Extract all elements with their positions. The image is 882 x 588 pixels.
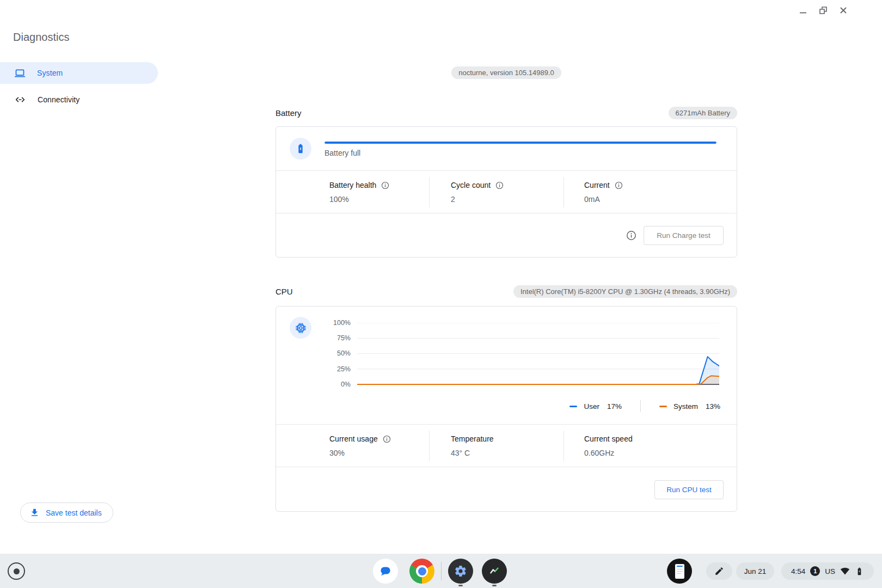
chrome-app-icon <box>416 565 428 577</box>
shelf: Jun 21 4:54 1 US <box>0 554 882 588</box>
battery-card: Battery full Battery health 100% Cycle c… <box>275 126 737 258</box>
y-tick-label: 75% <box>318 334 351 342</box>
launcher-button[interactable] <box>4 559 29 584</box>
close-button[interactable] <box>836 3 851 18</box>
stat-value: 100% <box>329 195 390 204</box>
chrome-app-button[interactable] <box>409 559 434 584</box>
battery-icon-circle <box>290 138 311 160</box>
y-tick-label: 100% <box>318 318 351 327</box>
diagnostics-app-button[interactable] <box>482 559 507 584</box>
stat-label: Current usage <box>329 434 378 443</box>
y-tick-label: 25% <box>318 365 351 373</box>
cpu-section-title: CPU <box>275 287 293 296</box>
info-icon[interactable] <box>382 434 391 444</box>
run-cpu-test-button[interactable]: Run CPU test <box>654 480 724 499</box>
battery-icon <box>295 143 307 155</box>
legend-label: User <box>584 402 599 411</box>
shelf-date: Jun 21 <box>744 567 767 575</box>
stat-value: 43° C <box>451 449 494 457</box>
stat-value: 2 <box>451 195 504 204</box>
screen-capture-preview-icon <box>675 564 684 579</box>
diagnostics-app-icon <box>487 564 501 578</box>
battery-charge-fill <box>324 142 716 144</box>
tote-button[interactable] <box>667 559 692 584</box>
cpu-usage-chart <box>357 323 719 387</box>
user-series-swatch <box>569 406 577 407</box>
battery-spec-chip: 6271mAh Battery <box>669 107 737 119</box>
legend-value: 17% <box>607 402 622 411</box>
stat-value: 30% <box>329 449 391 457</box>
connectivity-icon <box>14 94 26 106</box>
messages-app-icon <box>378 564 393 578</box>
current-speed-stat: Current speed 0.60GHz <box>584 433 633 457</box>
battery-status-text: Battery full <box>324 149 360 157</box>
wifi-icon <box>840 566 850 576</box>
battery-health-stat: Battery health 100% <box>329 180 390 204</box>
cpu-spec-chip: Intel(R) Core(TM) i5-8200Y CPU @ 1.30GHz… <box>513 285 737 298</box>
cycle-count-stat: Cycle count 2 <box>451 180 504 204</box>
current-stat: Current 0mA <box>584 180 623 204</box>
stat-value: 0mA <box>584 195 623 204</box>
legend-label: System <box>673 402 698 411</box>
y-tick-label: 50% <box>318 349 351 358</box>
minimize-button[interactable] <box>795 3 811 18</box>
save-button-label: Save test details <box>46 509 102 517</box>
sidebar-item-label: System <box>37 69 63 77</box>
settings-app-icon <box>454 565 467 578</box>
battery-status-icon <box>855 567 864 576</box>
run-charge-test-button[interactable]: Run Charge test <box>644 226 724 245</box>
cpu-chart-legend: User 17% System 13% <box>569 400 720 412</box>
battery-charge-bar <box>324 142 716 144</box>
diagnostics-app-window: Diagnostics System Connectivity nocturne… <box>0 0 882 588</box>
minimize-icon <box>798 5 808 15</box>
system-series-swatch <box>659 406 667 407</box>
shelf-divider <box>441 562 442 580</box>
save-test-details-button[interactable]: Save test details <box>20 503 113 523</box>
stylus-tools-button[interactable] <box>706 562 732 580</box>
legend-value: 13% <box>706 402 720 411</box>
cpu-card: 100% 75% 50% 25% 0% User 17% System 13% … <box>275 306 737 512</box>
stat-label: Battery health <box>329 181 376 189</box>
laptop-icon <box>14 68 26 79</box>
status-tray-button[interactable]: 4:54 1 US <box>781 562 874 580</box>
stat-label: Current <box>584 181 610 189</box>
sidebar-item-connectivity[interactable]: Connectivity <box>0 89 158 111</box>
restore-window-button[interactable] <box>816 3 831 18</box>
info-icon[interactable] <box>495 181 504 190</box>
info-icon[interactable] <box>381 181 390 190</box>
stat-label: Temperature <box>451 434 494 443</box>
info-icon[interactable] <box>614 181 623 190</box>
download-icon <box>29 507 40 518</box>
settings-app-button[interactable] <box>448 559 473 584</box>
page-title: Diagnostics <box>13 31 69 44</box>
sidebar-item-label: Connectivity <box>38 95 79 104</box>
stat-label: Cycle count <box>451 181 491 189</box>
settings-open-indicator <box>458 585 463 586</box>
stat-label: Current speed <box>584 434 633 443</box>
stat-value: 0.60GHz <box>584 449 633 457</box>
calendar-date-button[interactable]: Jun 21 <box>736 562 774 580</box>
version-row: nocturne, version 105.14989.0 <box>275 66 737 79</box>
temperature-stat: Temperature 43° C <box>451 433 494 457</box>
messages-app-button[interactable] <box>373 559 398 584</box>
y-tick-label: 0% <box>318 380 351 389</box>
stylus-icon <box>714 566 724 576</box>
board-version-chip: nocturne, version 105.14989.0 <box>451 66 561 79</box>
battery-section-title: Battery <box>275 108 302 118</box>
close-icon <box>838 5 848 15</box>
restore-window-icon <box>818 5 828 15</box>
shelf-time: 4:54 <box>791 567 805 575</box>
cpu-icon-circle <box>290 317 311 339</box>
charge-test-info-icon[interactable] <box>626 230 637 241</box>
notification-counter: 1 <box>810 566 820 576</box>
current-usage-stat: Current usage 30% <box>329 433 391 457</box>
sidebar-item-system[interactable]: System <box>0 62 158 84</box>
diagnostics-open-indicator <box>492 585 497 586</box>
launcher-icon <box>8 562 25 580</box>
cpu-chip-icon <box>295 322 307 334</box>
keyboard-layout-indicator: US <box>825 567 835 575</box>
legend-divider <box>640 400 641 412</box>
